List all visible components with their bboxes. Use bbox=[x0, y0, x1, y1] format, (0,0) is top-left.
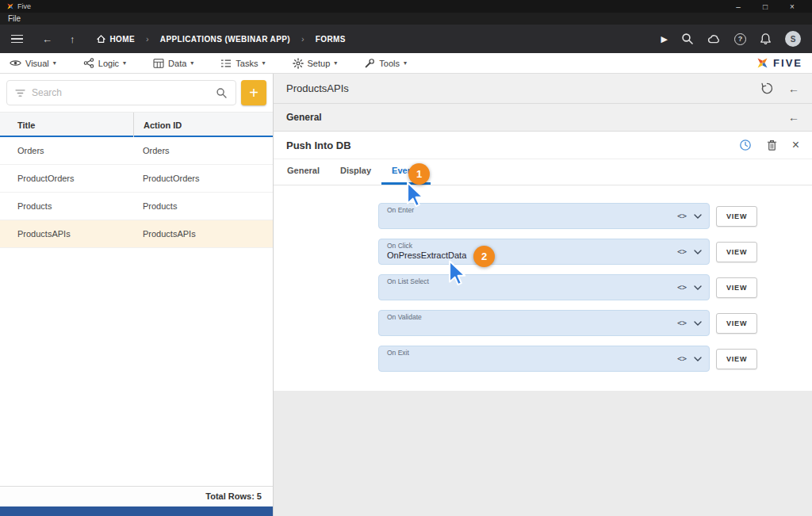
chevron-down-icon[interactable] bbox=[694, 214, 702, 219]
code-icon[interactable]: <> bbox=[677, 283, 687, 292]
toolbar-item-data[interactable]: Data ▾ bbox=[153, 59, 193, 68]
breadcrumb-applications[interactable]: APPLICATIONS (WEBINAR APP) bbox=[160, 35, 290, 44]
table-row[interactable]: Orders Orders bbox=[0, 137, 273, 165]
close-panel-icon[interactable]: × bbox=[792, 138, 799, 152]
field-row-on-validate: On Validate <> VIEW bbox=[378, 310, 812, 336]
checklist-icon bbox=[220, 59, 232, 68]
toolbar-item-setup[interactable]: Setup ▾ bbox=[293, 58, 338, 69]
view-button[interactable]: VIEW bbox=[716, 206, 757, 227]
events-form: On Enter <> VIEW bbox=[274, 185, 812, 391]
help-icon[interactable]: ? bbox=[734, 33, 746, 45]
section-header-general: General ← bbox=[274, 104, 812, 132]
chevron-down-icon: ▾ bbox=[404, 59, 407, 67]
minimize-icon[interactable]: – bbox=[725, 2, 752, 11]
menu-icon[interactable] bbox=[11, 35, 23, 44]
cursor-arrow-1 bbox=[402, 180, 429, 210]
toolbar-item-logic[interactable]: Logic ▾ bbox=[83, 58, 126, 68]
table-row[interactable]: ProductOrders ProductOrders bbox=[0, 165, 273, 193]
title-bar: Five – □ × bbox=[0, 0, 812, 13]
toolbar-item-label: Data bbox=[168, 59, 186, 68]
filter-icon bbox=[15, 89, 25, 97]
chevron-down-icon[interactable] bbox=[694, 321, 702, 326]
toolbar-item-tools[interactable]: Tools ▾ bbox=[364, 58, 407, 69]
view-button[interactable]: VIEW bbox=[716, 349, 757, 369]
total-rows-footer: Total Rows: 5 bbox=[0, 486, 273, 506]
code-icon[interactable]: <> bbox=[677, 247, 687, 256]
five-logo-icon bbox=[6, 2, 14, 10]
chevron-down-icon: ▾ bbox=[262, 59, 265, 67]
table-icon bbox=[153, 59, 164, 68]
bell-icon[interactable] bbox=[760, 32, 772, 45]
app-window: Five – □ × File ← ↑ HOME › APPLICATIONS … bbox=[0, 0, 812, 516]
chevron-down-icon[interactable] bbox=[694, 250, 702, 254]
menu-bar: File bbox=[0, 13, 812, 25]
tab-bar: General Display Events bbox=[274, 159, 812, 185]
avatar[interactable]: S bbox=[785, 31, 801, 47]
up-icon[interactable]: ↑ bbox=[70, 33, 75, 45]
on-click-field[interactable]: On Click OnPressExtractData <> bbox=[378, 239, 710, 265]
run-icon[interactable]: ▶ bbox=[661, 34, 668, 44]
toolbar-item-label: Setup bbox=[308, 59, 331, 68]
field-row-on-enter: On Enter <> VIEW bbox=[378, 203, 812, 229]
breadcrumb-label: FORMS bbox=[316, 35, 346, 44]
chevron-down-icon: ▾ bbox=[190, 59, 193, 67]
deploy-cloud-icon[interactable] bbox=[707, 33, 721, 45]
tab-general[interactable]: General bbox=[277, 159, 330, 185]
chevron-down-icon[interactable] bbox=[694, 357, 702, 361]
back-arrow-icon[interactable]: ← bbox=[788, 82, 799, 95]
field-label: On List Select bbox=[387, 277, 658, 285]
column-header-title: Title bbox=[0, 120, 133, 130]
back-arrow-icon[interactable]: ← bbox=[788, 111, 799, 124]
breadcrumb-label: APPLICATIONS (WEBINAR APP) bbox=[160, 35, 290, 44]
main-empty-area bbox=[274, 391, 812, 516]
search-input[interactable] bbox=[32, 87, 209, 98]
toolbar-item-tasks[interactable]: Tasks ▾ bbox=[220, 59, 265, 68]
field-value: OnPressExtractData bbox=[387, 250, 658, 260]
code-icon[interactable]: <> bbox=[677, 319, 687, 327]
table-header: Title Action ID bbox=[0, 112, 273, 137]
breadcrumb-home[interactable]: HOME bbox=[96, 34, 136, 44]
chevron-down-icon: ▾ bbox=[123, 59, 126, 67]
search-box[interactable] bbox=[6, 80, 236, 105]
chevron-down-icon: ▾ bbox=[53, 59, 56, 67]
table-row[interactable]: Products Products bbox=[0, 193, 273, 220]
back-icon[interactable]: ← bbox=[42, 33, 52, 45]
code-icon[interactable]: <> bbox=[677, 354, 687, 363]
toolbar-item-label: Tasks bbox=[236, 59, 258, 68]
tab-display[interactable]: Display bbox=[330, 159, 381, 185]
field-label: On Exit bbox=[387, 349, 658, 357]
view-button[interactable]: VIEW bbox=[716, 277, 757, 298]
field-label: On Validate bbox=[387, 313, 658, 321]
toolbar-item-label: Visual bbox=[25, 59, 49, 68]
cell-action-id: ProductOrders bbox=[133, 174, 273, 183]
cell-action-id: ProductsAPIs bbox=[133, 229, 273, 239]
logic-branch-icon bbox=[83, 58, 94, 68]
column-header-action-id: Action ID bbox=[133, 113, 273, 138]
breadcrumb-forms[interactable]: FORMS bbox=[316, 35, 346, 44]
view-button[interactable]: VIEW bbox=[716, 242, 757, 262]
ribbon-toolbar: Visual ▾ Logic ▾ Data ▾ Tasks bbox=[0, 53, 812, 74]
view-button[interactable]: VIEW bbox=[716, 313, 757, 334]
add-record-button[interactable]: + bbox=[241, 80, 266, 105]
code-icon[interactable]: <> bbox=[677, 212, 687, 220]
trash-icon[interactable] bbox=[766, 139, 778, 151]
cell-title: Orders bbox=[0, 146, 133, 155]
page-title: ProductsAPIs bbox=[286, 82, 349, 94]
search-icon[interactable] bbox=[681, 32, 694, 45]
gear-icon bbox=[293, 58, 304, 69]
cursor-arrow-2 bbox=[444, 258, 471, 289]
field-label: On Click bbox=[387, 242, 658, 250]
table-row-selected[interactable]: ProductsAPIs ProductsAPIs bbox=[0, 220, 273, 248]
toolbar-item-visual[interactable]: Visual ▾ bbox=[10, 59, 56, 68]
maximize-icon[interactable]: □ bbox=[752, 2, 779, 11]
search-icon[interactable] bbox=[216, 87, 228, 99]
close-icon[interactable]: × bbox=[779, 2, 806, 11]
five-logo-icon bbox=[756, 56, 769, 70]
clock-icon[interactable] bbox=[739, 139, 752, 151]
on-list-select-field[interactable]: On List Select <> bbox=[378, 274, 710, 300]
on-validate-field[interactable]: On Validate <> bbox=[378, 310, 710, 336]
history-icon[interactable] bbox=[760, 82, 774, 95]
menu-file[interactable]: File bbox=[6, 14, 23, 23]
on-exit-field[interactable]: On Exit <> bbox=[378, 346, 710, 372]
chevron-down-icon[interactable] bbox=[694, 285, 702, 290]
